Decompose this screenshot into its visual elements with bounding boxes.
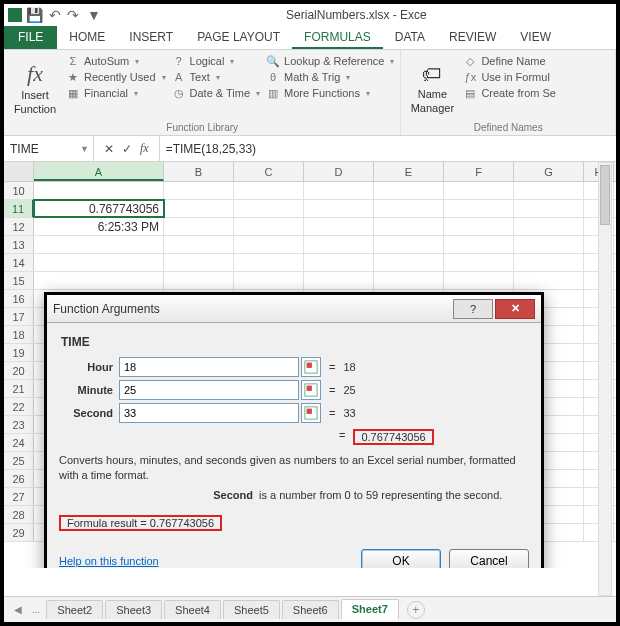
cancel-formula-icon[interactable]: ✕ [104,142,114,156]
sheet-tab-active[interactable]: Sheet7 [341,599,399,620]
cell[interactable] [304,182,374,199]
cell[interactable] [444,182,514,199]
cell[interactable] [234,200,304,217]
row-header[interactable]: 15 [4,272,34,289]
create-from-button[interactable]: ▤Create from Se [463,86,556,100]
logical-button[interactable]: ?Logical▾ [172,54,261,68]
row-header[interactable]: 21 [4,380,34,397]
cell[interactable] [514,254,584,271]
cell[interactable] [514,272,584,289]
row-header[interactable]: 27 [4,488,34,505]
cell[interactable] [234,254,304,271]
tab-review[interactable]: REVIEW [437,26,508,49]
ok-button[interactable]: OK [361,549,441,568]
cell[interactable] [164,272,234,289]
cell[interactable] [304,254,374,271]
formula-input[interactable]: =TIME(18,25,33) [160,136,616,161]
cell[interactable] [444,218,514,235]
new-sheet-button[interactable]: + [407,601,425,619]
cell[interactable] [234,182,304,199]
row-header[interactable]: 24 [4,434,34,451]
redo-icon[interactable]: ↷ [67,7,79,23]
cell[interactable] [164,200,234,217]
second-input[interactable] [119,403,299,423]
close-button[interactable]: ✕ [495,299,535,319]
cell[interactable] [34,254,164,271]
help-button[interactable]: ? [453,299,493,319]
cell[interactable]: 0.767743056 [34,200,164,217]
row-header[interactable]: 25 [4,452,34,469]
sheet-tab[interactable]: Sheet5 [223,600,280,619]
cell[interactable] [164,254,234,271]
col-header-g[interactable]: G [514,162,584,181]
mathtrig-button[interactable]: θMath & Trig▾ [266,70,394,84]
sheet-tab[interactable]: Sheet4 [164,600,221,619]
cell[interactable] [164,236,234,253]
row-header[interactable]: 18 [4,326,34,343]
hour-input[interactable] [119,357,299,377]
cell[interactable] [374,182,444,199]
cell[interactable] [514,182,584,199]
range-picker-button[interactable] [301,357,321,377]
chevron-down-icon[interactable]: ▼ [80,144,89,154]
range-picker-button[interactable] [301,380,321,400]
cell[interactable] [164,182,234,199]
recently-used-button[interactable]: ★Recently Used▾ [66,70,166,84]
row-header[interactable]: 13 [4,236,34,253]
sheet-nav-prev[interactable]: ◀ [10,604,26,615]
qat-more-icon[interactable]: ▼ [87,7,101,23]
row-header[interactable]: 23 [4,416,34,433]
cell[interactable] [304,236,374,253]
cell[interactable] [514,236,584,253]
row-header[interactable]: 28 [4,506,34,523]
cell[interactable] [304,218,374,235]
cell[interactable] [304,200,374,217]
cell[interactable] [444,272,514,289]
col-header-f[interactable]: F [444,162,514,181]
row-header[interactable]: 12 [4,218,34,235]
row-header[interactable]: 20 [4,362,34,379]
tab-formulas[interactable]: FORMULAS [292,26,383,49]
tab-page-layout[interactable]: PAGE LAYOUT [185,26,292,49]
vertical-scrollbar[interactable] [598,162,612,596]
insert-function-button[interactable]: fx Insert Function [10,54,60,122]
cell[interactable] [234,218,304,235]
row-header[interactable]: 14 [4,254,34,271]
cell[interactable] [444,254,514,271]
cell[interactable] [374,236,444,253]
cell[interactable] [374,218,444,235]
enter-formula-icon[interactable]: ✓ [122,142,132,156]
cell[interactable] [444,236,514,253]
row-header[interactable]: 29 [4,524,34,541]
cell[interactable] [374,254,444,271]
cell[interactable] [374,200,444,217]
cell[interactable] [164,218,234,235]
morefn-button[interactable]: ▥More Functions▾ [266,86,394,100]
row-header[interactable]: 17 [4,308,34,325]
cell[interactable] [514,218,584,235]
use-in-formula-button[interactable]: ƒxUse in Formul [463,70,556,84]
cell[interactable] [34,272,164,289]
row-header[interactable]: 19 [4,344,34,361]
name-box[interactable]: TIME ▼ [4,136,94,161]
cell[interactable] [34,182,164,199]
define-name-button[interactable]: ◇Define Name [463,54,556,68]
fx-icon[interactable]: fx [140,141,149,156]
cell[interactable] [514,200,584,217]
range-picker-button[interactable] [301,403,321,423]
lookup-button[interactable]: 🔍Lookup & Reference▾ [266,54,394,68]
undo-icon[interactable]: ↶ [49,7,61,23]
select-all-corner[interactable] [4,162,34,181]
sheet-tab[interactable]: Sheet6 [282,600,339,619]
col-header-c[interactable]: C [234,162,304,181]
spreadsheet-grid[interactable]: A B C D E F G H 10110.767743056126:25:33… [4,162,616,568]
sheet-tab[interactable]: Sheet3 [105,600,162,619]
row-header[interactable]: 26 [4,470,34,487]
cell[interactable] [374,272,444,289]
row-header[interactable]: 16 [4,290,34,307]
autosum-button[interactable]: ΣAutoSum▾ [66,54,166,68]
tab-view[interactable]: VIEW [508,26,563,49]
row-header[interactable]: 22 [4,398,34,415]
cancel-button[interactable]: Cancel [449,549,529,568]
cell[interactable] [304,272,374,289]
